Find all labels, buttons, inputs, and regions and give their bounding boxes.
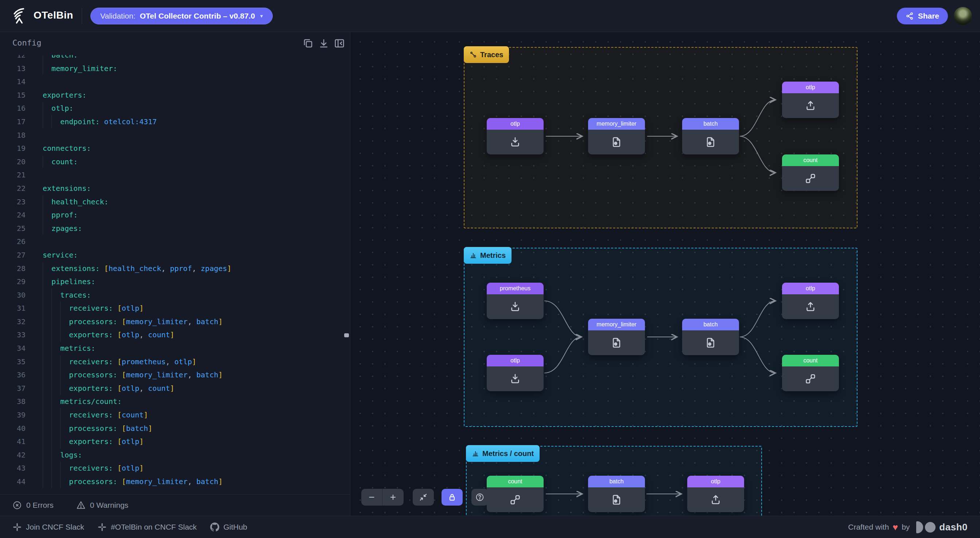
line-number: 19	[0, 142, 25, 155]
code-line[interactable]: 28extensions: [health_check, pprof, zpag…	[0, 262, 350, 275]
node-metricscount-otlp-exporter[interactable]: otlp	[687, 476, 744, 512]
code-line[interactable]: 40processors: [batch]	[0, 422, 350, 435]
join-cncf-slack-link[interactable]: Join CNCF Slack	[13, 522, 84, 532]
share-button[interactable]: Share	[897, 8, 948, 24]
code-line[interactable]: 21	[0, 168, 350, 182]
code-text: processors: [memory_limiter, batch]	[43, 475, 223, 489]
code-text: count:	[43, 155, 78, 169]
line-number: 38	[0, 395, 25, 408]
user-avatar[interactable]	[954, 7, 972, 25]
code-line[interactable]: 24pprof:	[0, 208, 350, 222]
code-line[interactable]: 39receivers: [count]	[0, 408, 350, 422]
code-line[interactable]: 27service:	[0, 248, 350, 262]
code-line[interactable]: 12batch:	[0, 55, 350, 62]
download-icon[interactable]	[318, 38, 329, 49]
node-traces-memory-limiter[interactable]: memory_limiter	[588, 118, 645, 154]
help-button[interactable]	[471, 489, 488, 506]
code-line[interactable]: 34metrics:	[0, 342, 350, 355]
code-text: zpages:	[43, 222, 82, 235]
fit-view-button[interactable]	[413, 489, 434, 506]
node-traces-otlp-exporter[interactable]: otlp	[782, 82, 839, 118]
node-header: otlp	[487, 118, 544, 130]
node-metrics-memory-limiter[interactable]: memory_limiter	[588, 319, 645, 355]
code-line[interactable]: 33exporters: [otlp, count]	[0, 328, 350, 342]
code-line[interactable]: 42logs:	[0, 448, 350, 462]
node-traces-otlp-receiver[interactable]: otlp	[487, 118, 544, 154]
node-metricscount-batch[interactable]: batch	[588, 476, 645, 512]
config-editor-panel: Config 12batch:13memory_limiter:1415expo…	[0, 32, 350, 516]
code-line[interactable]: 30traces:	[0, 289, 350, 302]
file-cog-icon	[611, 494, 622, 506]
copy-icon[interactable]	[302, 38, 313, 49]
code-editor[interactable]: 12batch:13memory_limiter:1415exporters:1…	[0, 55, 350, 525]
download-tray-icon	[509, 301, 521, 313]
code-line[interactable]: 13memory_limiter:	[0, 62, 350, 75]
code-line[interactable]: 44processors: [memory_limiter, batch]	[0, 475, 350, 489]
metrics-count-group-badge: Metrics / count	[466, 445, 539, 462]
code-line[interactable]: 37exporters: [otlp, count]	[0, 382, 350, 395]
code-line[interactable]: 26	[0, 235, 350, 248]
code-line[interactable]: 20count:	[0, 155, 350, 169]
editor-header: Config	[0, 32, 350, 55]
download-tray-icon	[509, 373, 521, 385]
share-label: Share	[918, 12, 939, 21]
code-line[interactable]: 31receivers: [otlp]	[0, 302, 350, 315]
code-line[interactable]: 17endpoint: otelcol:4317	[0, 115, 350, 129]
lock-button[interactable]	[442, 489, 463, 506]
code-line[interactable]: 15exporters:	[0, 89, 350, 102]
collapse-panel-icon[interactable]	[334, 38, 345, 49]
code-line[interactable]: 41exporters: [otlp]	[0, 435, 350, 448]
line-number: 20	[0, 155, 25, 169]
zoom-out-button[interactable]: −	[361, 489, 382, 506]
code-text: metrics/count:	[43, 395, 122, 408]
code-text: receivers: [count]	[43, 408, 148, 422]
code-line[interactable]: 16otlp:	[0, 102, 350, 115]
code-text: exporters: [otlp, count]	[43, 328, 174, 342]
error-circle-icon	[13, 500, 22, 510]
line-number: 32	[0, 315, 25, 329]
node-header: count	[782, 355, 839, 367]
line-number: 36	[0, 368, 25, 382]
code-line[interactable]: 14	[0, 75, 350, 89]
vertical-scrollbar[interactable]	[344, 333, 349, 337]
file-cog-icon	[705, 136, 716, 148]
node-metricscount-count-connector[interactable]: count	[487, 476, 544, 512]
code-line[interactable]: 32processors: [memory_limiter, batch]	[0, 315, 350, 329]
code-lines[interactable]: 12batch:13memory_limiter:1415exporters:1…	[0, 55, 350, 489]
code-line[interactable]: 18	[0, 129, 350, 142]
code-line[interactable]: 36processors: [memory_limiter, batch]	[0, 368, 350, 382]
node-metrics-prometheus-receiver[interactable]: prometheus	[487, 282, 544, 319]
code-line[interactable]: 43receivers: [otlp]	[0, 462, 350, 475]
validation-dropdown[interactable]: Validation: OTel Collector Contrib – v0.…	[91, 8, 273, 24]
zoom-in-button[interactable]: +	[382, 489, 404, 506]
node-header: memory_limiter	[588, 319, 645, 330]
github-link[interactable]: GitHub	[210, 522, 247, 532]
upload-tray-icon	[805, 100, 816, 111]
otelbin-logo-icon[interactable]	[12, 7, 29, 24]
node-metrics-batch[interactable]: batch	[682, 319, 739, 355]
pipeline-diagram[interactable]: Traces Metrics Metrics / count	[350, 32, 980, 516]
connector-link-icon	[805, 173, 816, 184]
line-number: 39	[0, 408, 25, 422]
code-line[interactable]: 35receivers: [prometheus, otlp]	[0, 355, 350, 369]
code-line[interactable]: 22extensions:	[0, 182, 350, 195]
code-line[interactable]: 19connectors:	[0, 142, 350, 155]
heart-icon: ♥	[892, 522, 898, 533]
node-traces-batch[interactable]: batch	[682, 118, 739, 154]
node-metrics-otlp-exporter[interactable]: otlp	[782, 282, 839, 319]
line-number: 13	[0, 62, 25, 75]
bar-chart-icon	[472, 450, 479, 457]
warnings-status: 0 Warnings	[76, 500, 128, 510]
errors-status: 0 Errors	[13, 500, 54, 510]
code-line[interactable]: 25zpages:	[0, 222, 350, 235]
node-traces-count-connector[interactable]: count	[782, 154, 839, 191]
code-text: extensions: [health_check, pprof, zpages…	[43, 262, 232, 275]
code-line[interactable]: 38metrics/count:	[0, 395, 350, 408]
code-line[interactable]: 23health_check:	[0, 195, 350, 209]
code-text: endpoint: otelcol:4317	[43, 115, 157, 129]
code-line[interactable]: 29pipelines:	[0, 275, 350, 289]
otelbin-slack-link[interactable]: #OTelBin on CNCF Slack	[97, 522, 197, 532]
node-metrics-otlp-receiver[interactable]: otlp	[487, 355, 544, 391]
validation-label: Validation:	[100, 12, 135, 21]
node-metrics-count-connector[interactable]: count	[782, 355, 839, 391]
